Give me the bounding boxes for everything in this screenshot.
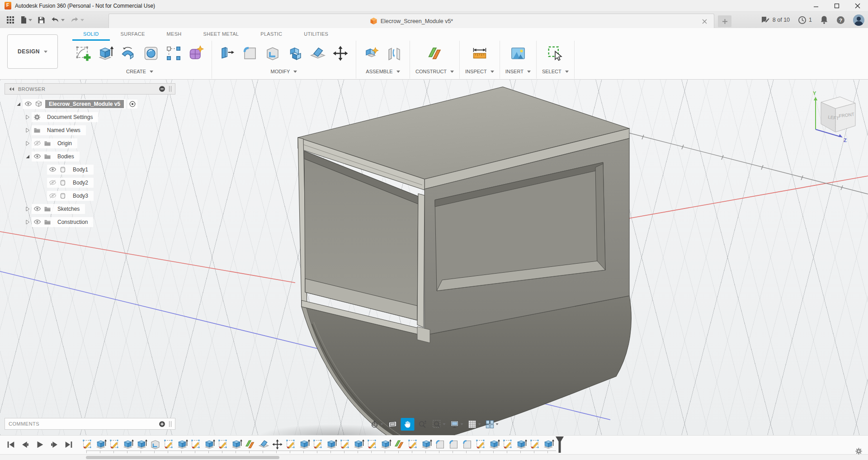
viewports-button[interactable] <box>484 418 500 431</box>
minimize-panel-icon[interactable] <box>159 85 165 92</box>
collapse-arrow-icon[interactable] <box>14 101 23 107</box>
timeline-feature-move-15[interactable] <box>270 438 284 451</box>
group-label-inspect[interactable]: INSPECT <box>465 66 494 77</box>
collapse-panel-icon[interactable] <box>9 87 14 91</box>
timeline-feature-sketch-18[interactable] <box>311 438 325 451</box>
visibility-on-icon[interactable] <box>49 166 57 173</box>
timeline-feature-extrude-5[interactable] <box>135 438 148 451</box>
visibility-on-icon[interactable] <box>33 153 41 160</box>
timeline-feature-sketch-7[interactable] <box>162 438 175 451</box>
document-tab-close-icon[interactable] <box>700 17 708 25</box>
browser-header[interactable]: BROWSER <box>5 83 175 95</box>
look-at-button[interactable] <box>386 418 400 431</box>
browser-item-label[interactable]: Sketches <box>54 205 83 213</box>
browser-item-origin[interactable]: Origin <box>5 137 175 150</box>
comments-panel[interactable]: COMMENTS <box>5 418 175 430</box>
timeline-feature-fillet-28[interactable] <box>447 438 460 451</box>
undo-button[interactable] <box>49 14 66 26</box>
timeline-feature-sketch-22[interactable] <box>365 438 379 451</box>
grid-and-snaps-dropdown-caret[interactable] <box>478 423 481 425</box>
undo-caret[interactable] <box>61 19 65 21</box>
play-button[interactable] <box>34 439 45 450</box>
new-tab-button[interactable] <box>718 15 731 27</box>
press-pull-button[interactable] <box>217 43 237 64</box>
split-body-button[interactable] <box>308 43 328 64</box>
file-menu-button[interactable] <box>18 14 34 26</box>
display-settings-button[interactable] <box>448 418 465 431</box>
browser-item-sketches[interactable]: Sketches <box>5 202 175 215</box>
timeline-feature-sketch-20[interactable] <box>338 438 352 451</box>
move-button[interactable] <box>330 43 350 64</box>
create-sketch-button[interactable] <box>73 43 93 64</box>
orbit-dropdown-caret[interactable] <box>381 423 383 425</box>
visibility-on-icon[interactable] <box>24 100 32 107</box>
timeline-feature-extrude-8[interactable] <box>175 438 189 451</box>
orbit-button[interactable] <box>368 418 385 431</box>
step-back-button[interactable] <box>20 439 31 450</box>
tab-sheet-metal[interactable]: SHEET METAL <box>193 28 250 41</box>
timeline-feature-plane-13[interactable] <box>243 438 257 451</box>
tab-plastic[interactable]: PLASTIC <box>250 28 293 41</box>
viewport-canvas[interactable]: BROWSER Elecrow_Screen_Module v5Document… <box>0 80 868 435</box>
browser-item-label[interactable]: Document Settings <box>43 113 96 121</box>
new-component-button[interactable] <box>362 43 382 64</box>
redo-caret[interactable] <box>80 19 84 21</box>
viewports-dropdown-caret[interactable] <box>496 423 499 425</box>
timeline-feature-extrude-10[interactable] <box>203 438 216 451</box>
notifications-button[interactable] <box>820 15 828 24</box>
expand-arrow-icon[interactable] <box>24 141 32 146</box>
timeline-feature-sketch-25[interactable] <box>406 438 420 451</box>
expand-arrow-icon[interactable] <box>24 128 32 133</box>
go-to-start-button[interactable] <box>5 439 16 450</box>
timeline-feature-extrude-31[interactable] <box>487 438 501 451</box>
timeline-feature-sketch-11[interactable] <box>216 438 230 451</box>
user-avatar[interactable] <box>853 14 864 26</box>
save-button[interactable] <box>36 14 47 26</box>
combine-button[interactable] <box>285 43 305 64</box>
pan-button[interactable] <box>401 418 415 431</box>
timeline-scroll-thumb[interactable] <box>86 456 279 459</box>
step-forward-button[interactable] <box>49 439 60 450</box>
panel-drag-handle[interactable] <box>169 86 171 92</box>
job-status[interactable]: 8 of 10 <box>761 16 790 24</box>
add-comment-icon[interactable] <box>159 421 165 427</box>
preferences-gear-icon[interactable] <box>855 447 863 457</box>
timeline-feature-extrude-4[interactable] <box>121 438 135 451</box>
fit-window-button[interactable] <box>431 418 447 431</box>
timeline-feature-sketch-34[interactable] <box>528 438 542 451</box>
expand-arrow-icon[interactable] <box>24 219 32 225</box>
browser-item-construction[interactable]: Construction <box>5 215 175 228</box>
collapse-arrow-icon[interactable] <box>24 154 32 159</box>
revolve-button[interactable] <box>118 43 138 64</box>
expand-arrow-icon[interactable] <box>24 114 32 120</box>
timeline-feature-sketch-1[interactable] <box>80 438 94 451</box>
timeline-feature-extrude-33[interactable] <box>514 438 528 451</box>
browser-item-elecrow-screen-module-v5[interactable]: Elecrow_Screen_Module v5 <box>5 97 175 110</box>
rectangular-pattern-button[interactable] <box>164 43 184 64</box>
timeline-feature-fillet-27[interactable] <box>433 438 447 451</box>
timeline-position-marker[interactable] <box>555 436 564 455</box>
redo-button[interactable] <box>68 14 86 26</box>
fillet-button[interactable] <box>240 43 260 64</box>
timeline-feature-shell-6[interactable] <box>148 438 162 451</box>
form-button[interactable] <box>186 43 206 64</box>
select-button[interactable] <box>545 43 565 64</box>
hole-button[interactable] <box>141 43 161 64</box>
group-label-select[interactable]: SELECT <box>542 66 569 77</box>
timeline-feature-fillet-29[interactable] <box>460 438 474 451</box>
visibility-off-icon[interactable] <box>33 140 41 147</box>
timeline-feature-extrude-17[interactable] <box>297 438 311 451</box>
timeline-feature-extrude-23[interactable] <box>379 438 392 451</box>
timeline-feature-extrude-26[interactable] <box>420 438 433 451</box>
app-grid-icon[interactable] <box>5 14 16 26</box>
grid-and-snaps-button[interactable] <box>466 418 482 431</box>
visibility-off-icon[interactable] <box>49 179 57 186</box>
maximize-button[interactable] <box>826 0 847 11</box>
browser-item-body2[interactable]: Body2 <box>5 176 175 189</box>
minimize-button[interactable] <box>806 0 826 11</box>
shell-button[interactable] <box>263 43 283 64</box>
construct-plane-button[interactable] <box>425 43 445 64</box>
extrude-button[interactable] <box>96 43 116 64</box>
tab-surface[interactable]: SURFACE <box>110 28 156 41</box>
timeline-feature-extrude-12[interactable] <box>230 438 243 451</box>
